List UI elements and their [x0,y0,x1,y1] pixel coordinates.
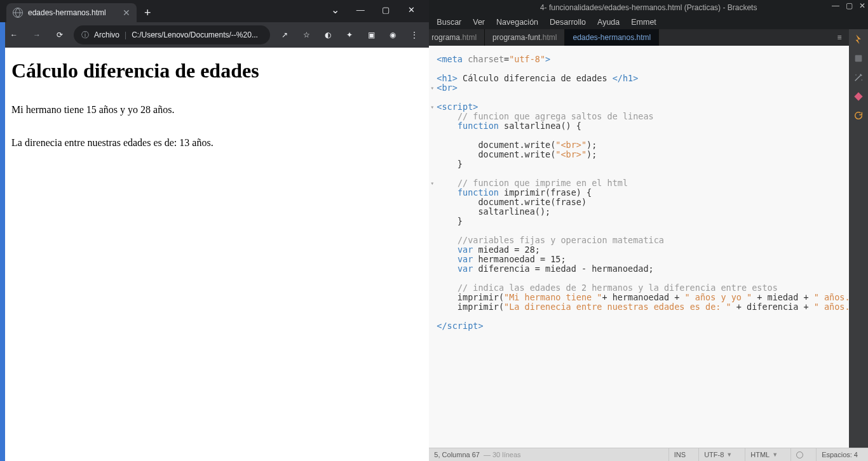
close-button[interactable]: ✕ [859,1,865,10]
editor-window: 4- funcionalidades/edades-hermanos.html … [429,0,868,461]
maximize-button[interactable]: ▢ [373,0,398,19]
reload-button[interactable]: ⟳ [51,26,69,44]
window-edge [0,0,5,461]
gutter: ▾▾▾ [429,46,435,448]
editor-titlebar: 4- funcionalidades/edades-hermanos.html … [429,0,868,15]
new-tab-button[interactable]: + [144,6,151,20]
cursor-position[interactable]: 5, Columna 67 [434,451,480,458]
svg-point-2 [862,79,862,80]
live-preview-icon[interactable] [852,33,865,46]
menu-icon[interactable]: ⋮ [405,25,424,44]
profile-icon[interactable]: ◉ [383,25,402,44]
menu-item[interactable]: Desarrollo [550,18,586,27]
browser-titlebar: edades-hermanos.html ✕ + ⌄ — ▢ ✕ [0,0,429,22]
menu-item[interactable]: Ayuda [597,18,620,27]
tab-name: edades-hermanos.html [573,33,651,42]
wand-icon[interactable] [852,71,865,84]
minimize-button[interactable]: — [348,0,373,19]
window-controls: ⌄ — ▢ ✕ [322,0,424,19]
page-line-2: La direnecia entre nuestras edades es de… [11,137,417,149]
tab-name: rograma [431,33,460,42]
minimize-button[interactable]: — [832,1,839,10]
tab-name: programa-funt [492,33,540,42]
editor-sidebar [849,29,868,448]
editor-menu: Buscar Ver Navegación Desarrollo Ayuda E… [429,15,868,29]
editor-tab[interactable]: rograma.html [429,29,485,46]
page-line-1: Mi hermano tiene 15 años y yo 28 años. [11,104,417,116]
tab-ext: .html [540,33,557,42]
address-bar[interactable]: ⓘ Archivo | C:/Users/Lenovo/Documents/--… [74,25,270,44]
share-icon[interactable]: ↗ [275,25,294,44]
back-button[interactable]: ← [5,26,23,44]
language-mode[interactable]: HTML▼ [745,448,783,462]
status-bar: 5, Columna 67 — 30 líneas INS UTF-8▼ HTM… [429,448,868,461]
browser-tab[interactable]: edades-hermanos.html ✕ [6,3,137,22]
page-title: Cálculo diferencia de edades [11,59,417,83]
code-area[interactable]: <meta charset="utf-8"> <h1> Cálculo dife… [435,46,868,448]
menu-item[interactable]: Buscar [437,18,461,27]
status-position: 5, Columna 67 — 30 líneas [434,451,520,458]
globe-icon [13,8,23,18]
maximize-button[interactable]: ▢ [846,1,853,10]
menu-item[interactable]: Emmet [631,18,656,27]
encoding[interactable]: UTF-8▼ [698,448,737,462]
editor-tab[interactable]: programa-funt.html [485,29,565,46]
git-icon[interactable] [852,90,865,103]
browser-window: edades-hermanos.html ✕ + ⌄ — ▢ ✕ ← → ⟳ ⓘ… [0,0,429,461]
editor-window-controls: — ▢ ✕ [832,1,865,10]
reload-icon[interactable] [852,109,865,122]
svg-rect-0 [855,55,862,62]
forward-button[interactable]: → [28,26,46,44]
toolbar-icons: ↗ ☆ ◐ ✦ ▣ ◉ ⋮ [275,25,424,44]
separator: | [125,30,126,39]
tabs-menu-button[interactable]: ≡ [830,29,849,46]
page-content: Cálculo diferencia de edades Mi hermano … [0,48,429,461]
editor-tabs: rograma.html programa-funt.html edades-h… [429,29,849,46]
panel-icon[interactable]: ▣ [362,25,381,44]
editor-title: 4- funcionalidades/edades-hermanos.html … [540,3,757,12]
svg-point-1 [855,74,856,75]
info-icon[interactable]: ⓘ [81,30,89,41]
close-icon[interactable]: ✕ [123,8,130,18]
tab-ext: .html [460,33,477,42]
menu-item[interactable]: Ver [473,18,485,27]
editor-body: ▾▾▾ <meta charset="utf-8"> <h1> Cálculo … [429,46,868,448]
extension-icon[interactable] [852,52,865,65]
editor-tab-active[interactable]: edades-hermanos.html [565,29,659,46]
update-icon[interactable]: ◐ [318,25,337,44]
browser-toolbar: ← → ⟳ ⓘ Archivo | C:/Users/Lenovo/Docume… [0,22,429,48]
circle-icon [796,451,803,458]
tab-title: edades-hermanos.html [28,8,106,17]
menu-item[interactable]: Navegación [496,18,538,27]
star-icon[interactable]: ☆ [297,25,316,44]
url-scheme: Archivo [94,30,119,39]
extensions-icon[interactable]: ✦ [340,25,359,44]
url-path: C:/Users/Lenovo/Documents/--%20... [132,30,258,39]
indent-mode[interactable]: Espacios: 4 [816,448,863,462]
line-count: — 30 líneas [484,451,521,458]
lint-status[interactable] [790,448,808,462]
dropdown-icon[interactable]: ⌄ [322,0,348,19]
insert-mode[interactable]: INS [668,448,691,462]
close-button[interactable]: ✕ [398,0,424,19]
